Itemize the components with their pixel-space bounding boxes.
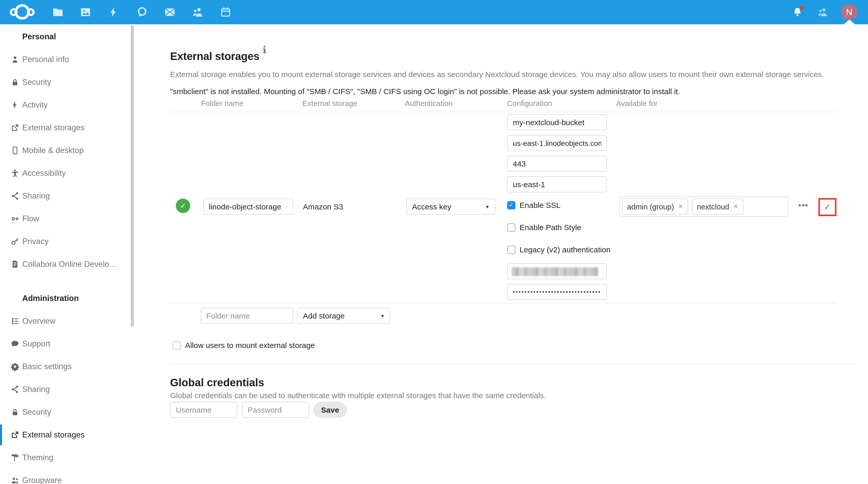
new-folder-name-input[interactable]: [200, 308, 293, 324]
chip-label: nextcloud: [697, 203, 729, 211]
secret-key-input[interactable]: [507, 284, 607, 300]
page-title: External storages: [170, 50, 259, 63]
column-header-external-storage: External storage: [303, 99, 358, 108]
checkbox-unchecked-icon[interactable]: [173, 341, 181, 349]
notifications-bell-icon[interactable]: [792, 7, 803, 18]
bucket-input[interactable]: [507, 114, 607, 130]
row-options-menu-icon[interactable]: [799, 204, 807, 206]
global-credentials-description: Global credentials can be used to authen…: [170, 391, 546, 400]
checkbox-unchecked-icon[interactable]: [507, 223, 516, 232]
user-menu-arrow: [844, 20, 855, 24]
access-key-input[interactable]: [507, 263, 607, 279]
nextcloud-settings-page: N Personal Personal info Security Activi…: [0, 0, 868, 484]
column-header-available-for: Available for: [616, 99, 658, 108]
global-username-input[interactable]: [170, 402, 237, 418]
available-for-chip[interactable]: admin (group): [622, 199, 688, 215]
user-avatar[interactable]: N: [841, 4, 857, 20]
global-credentials-title: Global credentials: [170, 377, 264, 389]
activity-app-icon lightning-icon[interactable]: [107, 6, 119, 18]
main-content: External storages i External storage ena…: [0, 24, 868, 484]
remove-chip-icon[interactable]: [678, 203, 683, 210]
folder-name-input[interactable]: [203, 199, 293, 215]
storage-status-ok-icon: [176, 199, 190, 213]
contacts-app-icon people-icon[interactable]: [192, 6, 204, 18]
contacts-menu-icon[interactable]: [817, 7, 828, 18]
avatar-initial: N: [846, 7, 852, 17]
smbclient-warning-text: "smbclient" is not installed. Mounting o…: [170, 87, 680, 96]
checkbox-unchecked-icon[interactable]: [507, 245, 516, 254]
column-header-configuration: Configuration: [507, 99, 552, 108]
info-icon[interactable]: i: [262, 44, 266, 55]
allow-users-checkbox[interactable]: Allow users to mount external storage: [173, 341, 315, 350]
save-button[interactable]: Save: [313, 402, 347, 418]
unread-notification-badge: [800, 6, 804, 10]
files-app-icon folder-icon[interactable]: [52, 6, 64, 18]
mail-app-icon envelope-icon[interactable]: [164, 6, 176, 18]
column-header-folder-name: Folder name: [201, 99, 244, 108]
port-input[interactable]: [507, 156, 607, 172]
legacy-auth-checkbox[interactable]: Legacy (v2) authentication: [507, 245, 611, 254]
available-for-field[interactable]: admin (group) nextcloud: [619, 196, 788, 217]
available-for-chip[interactable]: nextcloud: [692, 199, 743, 215]
nextcloud-logo-icon[interactable]: [10, 4, 35, 20]
enable-ssl-checkbox[interactable]: Enable SSL: [507, 201, 560, 209]
section-divider: [170, 364, 856, 365]
top-bar: N: [0, 0, 868, 24]
checkbox-checked-icon[interactable]: [507, 201, 516, 209]
external-storage-type: Amazon S3: [303, 202, 343, 211]
remove-chip-icon[interactable]: [733, 203, 738, 210]
intro-text: External storage enables you to mount ex…: [170, 70, 824, 79]
authentication-selected-value: Access key: [412, 202, 451, 211]
enable-path-style-checkbox[interactable]: Enable Path Style: [507, 223, 581, 232]
column-header-authentication: Authentication: [405, 99, 453, 108]
add-storage-selected-value: Add storage: [303, 311, 345, 320]
confirm-storage-button red-highlight-box[interactable]: [818, 198, 836, 216]
table-bottom-divider: [170, 303, 837, 304]
region-input[interactable]: [507, 176, 607, 192]
chevron-down-icon: ▼: [485, 204, 490, 209]
authentication-select[interactable]: Access key ▼: [406, 199, 495, 215]
global-password-input[interactable]: [242, 402, 309, 418]
redacted-access-key-value: [512, 267, 599, 276]
photos-app-icon image-icon[interactable]: [80, 6, 92, 18]
chip-label: admin (group): [627, 203, 674, 211]
chevron-down-icon: ▼: [380, 313, 384, 318]
add-storage-select[interactable]: Add storage ▼: [297, 308, 390, 324]
hostname-input[interactable]: [507, 135, 607, 151]
talk-app-icon chat-bubble-icon[interactable]: [136, 6, 148, 18]
calendar-app-icon[interactable]: [220, 6, 231, 18]
table-header-divider: [170, 112, 837, 113]
